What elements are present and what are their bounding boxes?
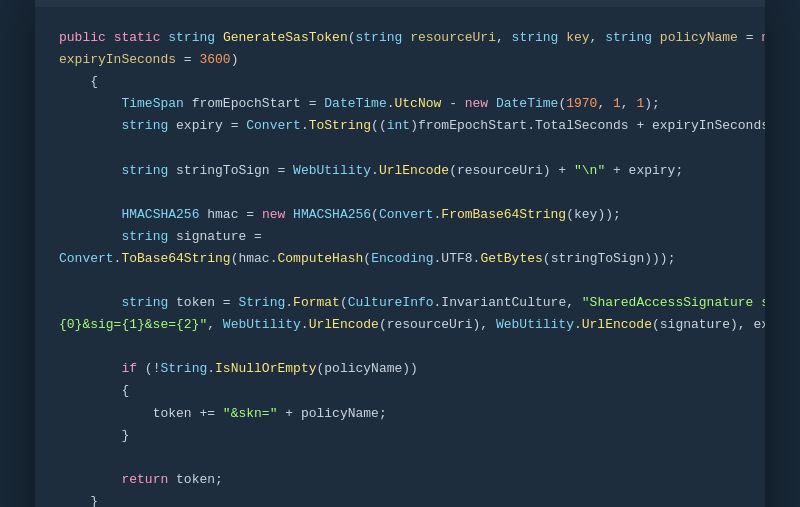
code-editor-window: public static string GenerateSasToken(st… — [35, 0, 765, 507]
titlebar — [35, 0, 765, 7]
code-content: public static string GenerateSasToken(st… — [35, 7, 765, 507]
